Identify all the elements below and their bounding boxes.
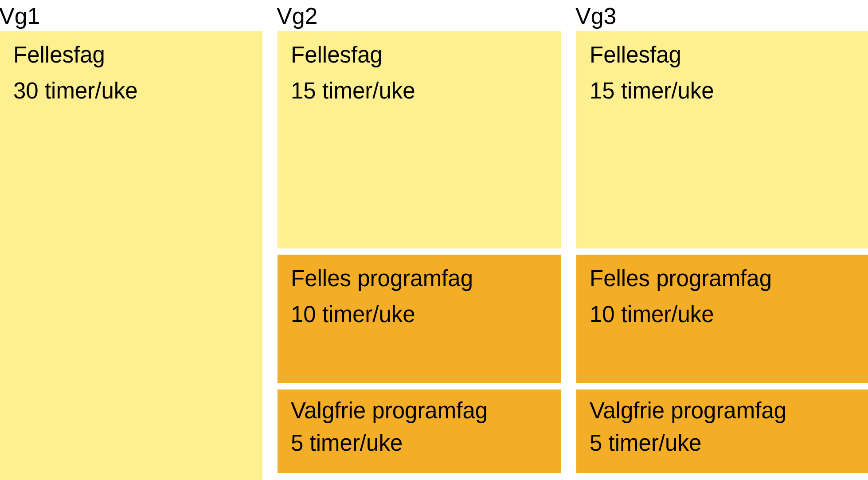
column-header: Vg3: [575, 0, 868, 31]
column-stack: Fellesfag 15 timer/uke Felles programfag…: [576, 31, 868, 480]
column-header: Vg2: [277, 0, 561, 31]
block-hours: 15 timer/uke: [291, 79, 548, 102]
block-title: Felles programfag: [291, 267, 548, 290]
block-fellesfag: Fellesfag 15 timer/uke: [576, 31, 868, 248]
column-gap: [262, 0, 278, 480]
block-hours: 10 timer/uke: [291, 303, 548, 326]
block-felles-programfag: Felles programfag 10 timer/uke: [576, 255, 868, 383]
column-stack: Fellesfag 30 timer/uke: [0, 31, 262, 480]
block-hours: 15 timer/uke: [590, 79, 855, 102]
column-stack: Fellesfag 15 timer/uke Felles programfag…: [278, 31, 561, 480]
block-title: Valgfrie programfag: [590, 399, 855, 422]
block-title: Felles programfag: [590, 267, 855, 290]
block-felles-programfag: Felles programfag 10 timer/uke: [278, 255, 561, 383]
block-fellesfag: Fellesfag 30 timer/uke: [0, 31, 262, 480]
block-hours: 5 timer/uke: [590, 432, 855, 454]
column-header: Vg1: [0, 0, 262, 31]
column-vg1: Vg1 Fellesfag 30 timer/uke: [0, 0, 262, 480]
block-valgfrie-programfag: Valgfrie programfag 5 timer/uke: [576, 390, 868, 473]
column-vg3: Vg3 Fellesfag 15 timer/uke Felles progra…: [576, 0, 868, 480]
block-title: Fellesfag: [13, 43, 249, 66]
block-title: Valgfrie programfag: [291, 399, 548, 422]
block-title: Fellesfag: [590, 43, 855, 66]
block-valgfrie-programfag: Valgfrie programfag 5 timer/uke: [278, 390, 561, 473]
column-gap: [561, 0, 576, 480]
block-title: Fellesfag: [291, 43, 548, 66]
block-hours: 10 timer/uke: [590, 303, 855, 326]
columns: Vg1 Fellesfag 30 timer/uke Vg2 Fellesfag…: [0, 0, 868, 480]
column-vg2: Vg2 Fellesfag 15 timer/uke Felles progra…: [278, 0, 561, 480]
diagram: Vg1 Fellesfag 30 timer/uke Vg2 Fellesfag…: [0, 0, 868, 480]
block-hours: 5 timer/uke: [291, 432, 548, 454]
block-fellesfag: Fellesfag 15 timer/uke: [278, 31, 561, 248]
block-hours: 30 timer/uke: [13, 79, 249, 102]
